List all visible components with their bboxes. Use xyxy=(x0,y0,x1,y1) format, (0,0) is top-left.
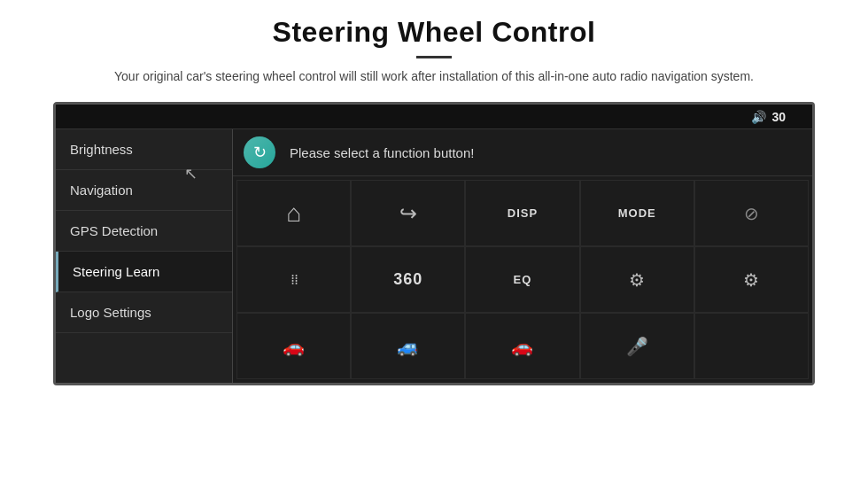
page-title: Steering Wheel Control xyxy=(114,16,754,49)
eq-label: EQ xyxy=(514,273,532,286)
phone-off-icon: ⊘ xyxy=(744,203,759,224)
sidebar-label-gps: GPS Detection xyxy=(70,223,158,238)
header-section: Steering Wheel Control Your original car… xyxy=(61,0,807,95)
grid-cell-home[interactable]: ⌂ xyxy=(236,180,351,246)
grid-cell-empty xyxy=(694,313,809,379)
sidebar-label-brightness: Brightness xyxy=(70,142,133,157)
refresh-icon[interactable]: ↻ xyxy=(244,136,275,168)
volume-number: 30 xyxy=(771,110,786,124)
grid-cell-mic[interactable]: 🎤 xyxy=(580,313,694,379)
grid-cell-settings2[interactable]: ⚙ xyxy=(580,246,694,313)
sidebar-item-gps-detection[interactable]: GPS Detection xyxy=(56,211,232,252)
main-content: Brightness Navigation GPS Detection Stee… xyxy=(56,129,812,383)
right-panel: ↻ Please select a function button! ⌂ ↩ D… xyxy=(233,129,812,383)
function-bar: ↻ Please select a function button! xyxy=(233,129,812,176)
sidebar: Brightness Navigation GPS Detection Stee… xyxy=(56,129,233,383)
car1-icon: 🚗 xyxy=(283,336,305,357)
page-container: Steering Wheel Control Your original car… xyxy=(0,0,868,482)
grid-cell-tuner[interactable]: ⁞⁞ xyxy=(236,246,351,313)
grid-cell-settings3[interactable]: ⚙ xyxy=(694,246,809,313)
grid-cell-car3[interactable]: 🚗 xyxy=(465,313,579,379)
title-divider xyxy=(416,56,452,58)
sidebar-item-navigation[interactable]: Navigation xyxy=(56,170,232,211)
car2-icon: 🚙 xyxy=(397,336,419,357)
device-screen: 🔊 30 Brightness Navigation GPS Detection… xyxy=(53,102,815,385)
settings2-icon: ⚙ xyxy=(629,269,645,291)
buttons-grid: ⌂ ↩ DISP MODE ⊘ ⁞⁞ xyxy=(233,176,812,383)
grid-cell-car1[interactable]: 🚗 xyxy=(236,313,351,379)
grid-cell-eq[interactable]: EQ xyxy=(465,246,579,313)
mic-icon: 🎤 xyxy=(626,336,648,357)
function-prompt: Please select a function button! xyxy=(290,145,474,160)
subtitle-text: Your original car's steering wheel contr… xyxy=(114,67,754,86)
360-label: 360 xyxy=(393,270,422,289)
disp-label: DISP xyxy=(508,206,538,220)
sidebar-label-logo: Logo Settings xyxy=(70,305,151,320)
sidebar-item-logo-settings[interactable]: Logo Settings xyxy=(56,292,232,333)
grid-cell-360[interactable]: 360 xyxy=(351,246,465,313)
back-icon: ↩ xyxy=(399,201,417,226)
sidebar-label-steering: Steering Learn xyxy=(73,264,159,279)
top-bar: 🔊 30 xyxy=(56,105,812,129)
sidebar-item-brightness[interactable]: Brightness xyxy=(56,129,232,170)
settings3-icon: ⚙ xyxy=(743,269,759,291)
grid-cell-back[interactable]: ↩ xyxy=(351,180,465,246)
volume-icon: 🔊 xyxy=(751,110,766,124)
mode-label: MODE xyxy=(618,206,656,220)
grid-cell-car2[interactable]: 🚙 xyxy=(351,313,465,379)
tuner-icon: ⁞⁞ xyxy=(291,271,298,288)
sidebar-label-navigation: Navigation xyxy=(70,183,133,198)
grid-cell-phone-off[interactable]: ⊘ xyxy=(694,180,809,246)
grid-cell-mode[interactable]: MODE xyxy=(580,180,694,246)
sidebar-item-steering-learn[interactable]: Steering Learn xyxy=(56,252,232,292)
grid-cell-disp[interactable]: DISP xyxy=(465,180,579,246)
home-icon: ⌂ xyxy=(286,199,301,228)
car3-icon: 🚗 xyxy=(511,336,533,357)
